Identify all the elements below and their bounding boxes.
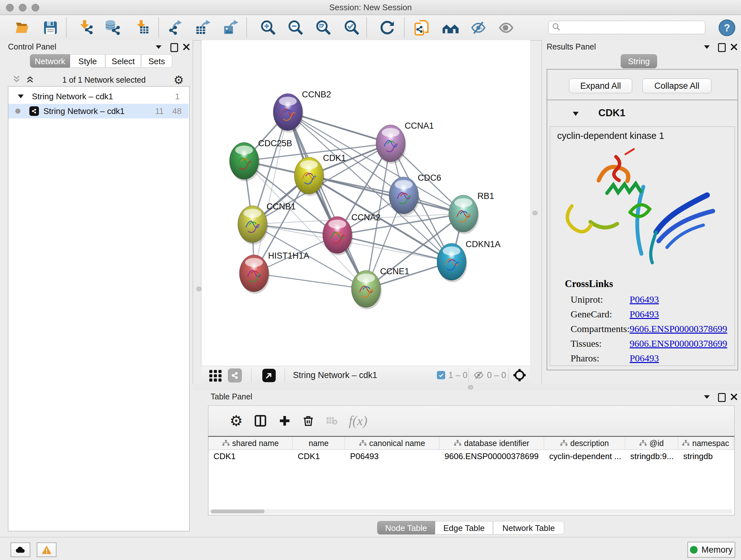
expand-all-icon[interactable] (25, 75, 35, 85)
node-CCNB1[interactable]: CCNB1 (238, 202, 296, 245)
table-panel: Table Panel ⚙ f(x) shared namenamecanoni… (193, 391, 741, 537)
crosslink-value-link[interactable]: P06493 (630, 353, 659, 368)
collapse-all-icon[interactable] (12, 75, 21, 85)
close-panel-icon[interactable] (730, 43, 738, 52)
node-label-CCNA1: CCNA1 (405, 121, 434, 131)
network-graph[interactable]: CCNB2CCNA1CDC25BCDK1CDC6RB1CCNB1CCNA2CDK… (201, 40, 530, 366)
network-badge-icon[interactable] (228, 368, 242, 382)
search-box[interactable] (548, 21, 705, 34)
export-table-icon[interactable] (193, 18, 214, 37)
save-session-icon[interactable] (40, 18, 61, 37)
tab-node-table[interactable]: Node Table (377, 521, 435, 535)
column-header-namespac[interactable]: namespac (678, 437, 733, 449)
horizontal-scrollbar[interactable] (209, 509, 732, 514)
column-header-database-identifier[interactable]: database identifier (440, 437, 544, 449)
collapse-all-button[interactable]: Collapse All (643, 78, 711, 93)
warning-status-button[interactable] (37, 543, 57, 557)
panel-menu-icon[interactable] (704, 45, 710, 49)
crosslink-value-link[interactable]: 9606.ENSP00000378699 (630, 338, 727, 353)
create-column-plus-icon[interactable] (277, 406, 293, 436)
crosslink-value-link[interactable]: P06493 (630, 294, 659, 309)
cloud-status-button[interactable] (10, 543, 30, 557)
import-network-database-icon[interactable] (103, 18, 124, 37)
node-HIST1H1A[interactable]: HIST1H1A (239, 251, 309, 294)
export-network-icon[interactable] (165, 18, 186, 37)
column-header-canonical-name[interactable]: canonical name (345, 437, 440, 449)
close-panel-icon[interactable] (730, 393, 738, 402)
fit-selected-crosshair-icon[interactable] (513, 368, 527, 383)
grid-view-icon[interactable] (208, 368, 223, 384)
hide-selected-icon[interactable] (468, 18, 489, 37)
selected-checkbox-icon[interactable] (437, 371, 445, 379)
tab-sets[interactable]: Sets (141, 54, 172, 68)
column-header-name[interactable]: name (293, 437, 345, 449)
open-session-icon[interactable] (12, 18, 33, 37)
show-all-icon[interactable] (495, 18, 517, 37)
expand-all-button[interactable]: Expand All (569, 78, 632, 93)
birds-eye-view-icon[interactable] (262, 369, 276, 382)
crosslink-label: GeneCard: (570, 309, 630, 323)
table-cell: P06493 (345, 450, 440, 462)
node-CCNA2[interactable]: CCNA2 (323, 212, 381, 255)
float-panel-icon[interactable] (718, 43, 726, 52)
crosslink-value-link[interactable]: P06493 (630, 309, 659, 323)
panel-menu-icon[interactable] (156, 45, 161, 49)
import-table-file-icon[interactable] (132, 18, 153, 37)
current-network-dot-icon (15, 109, 20, 114)
first-neighbors-icon[interactable] (440, 18, 461, 37)
column-header--id[interactable]: @id (625, 437, 678, 449)
network-collection-row[interactable]: String Network – cdk1 1 (8, 89, 189, 104)
zoom-selected-icon[interactable] (341, 18, 362, 37)
tab-select[interactable]: Select (105, 54, 141, 68)
tab-edge-table[interactable]: Edge Table (435, 521, 493, 535)
node-CCNE1[interactable]: CCNE1 (351, 266, 409, 309)
edge-CCNA2-CDKN1A[interactable] (337, 235, 452, 262)
network-selection-status: 1 of 1 Network selected (35, 75, 174, 84)
main-toolbar: ? (0, 15, 741, 41)
float-panel-icon[interactable] (718, 393, 726, 402)
clone-network-icon[interactable] (412, 18, 433, 37)
right-splitter-grip[interactable] (532, 211, 538, 215)
splitter-grip[interactable] (468, 385, 473, 389)
scrollbar-thumb[interactable] (211, 509, 265, 513)
collapse-section-icon[interactable] (573, 112, 579, 116)
export-image-icon[interactable] (220, 18, 242, 37)
network-canvas[interactable]: CCNB2CCNA1CDC25BCDK1CDC6RB1CCNB1CCNA2CDK… (201, 40, 530, 366)
select-columns-icon[interactable] (253, 406, 268, 436)
zoom-out-icon[interactable] (285, 18, 306, 37)
tab-string[interactable]: String (621, 54, 657, 68)
horizontal-splitter[interactable] (193, 384, 741, 391)
edge-HIST1H1A-CCNE1[interactable] (254, 273, 366, 289)
float-panel-icon[interactable] (171, 43, 178, 52)
zoom-in-icon[interactable] (258, 18, 279, 37)
left-splitter-grip[interactable] (196, 287, 202, 291)
node-RB1[interactable]: RB1 (449, 191, 494, 234)
apply-preferred-layout-icon[interactable] (377, 18, 398, 37)
node-CDC6[interactable]: CDC6 (389, 173, 441, 216)
search-input[interactable] (561, 23, 705, 32)
table-row[interactable]: CDK1CDK1P064939606.ENSP00000378699cyclin… (208, 450, 734, 462)
close-panel-icon[interactable] (183, 43, 190, 52)
network-options-gear-icon[interactable]: ⚙ (174, 73, 184, 86)
tab-network[interactable]: Network (30, 54, 70, 68)
edge-CCNB2-HIST1H1A[interactable] (254, 112, 288, 273)
network-row-selected[interactable]: String Network – cdk1 11 48 (8, 104, 189, 118)
node-CDKN1A[interactable]: CDKN1A (437, 240, 501, 282)
help-button[interactable]: ? (719, 19, 735, 36)
crosslink-value-link[interactable]: 9606.ENSP00000378699 (630, 323, 727, 338)
column-header-description[interactable]: description (544, 437, 625, 449)
delete-column-trash-icon[interactable] (300, 406, 316, 436)
column-header-shared-name[interactable]: shared name (208, 437, 293, 449)
table-settings-gear-icon[interactable]: ⚙ (228, 406, 244, 436)
node-CCNB2[interactable]: CCNB2 (273, 90, 331, 132)
edge-CCNB2-CCNE1[interactable] (288, 112, 366, 289)
node-label-CCNE1: CCNE1 (380, 266, 409, 276)
titlebar: Session: New Session (0, 0, 741, 15)
import-network-file-icon[interactable] (76, 18, 97, 37)
tab-style[interactable]: Style (70, 54, 105, 68)
panel-menu-icon[interactable] (704, 395, 710, 399)
zoom-fit-content-icon[interactable] (313, 18, 334, 37)
tab-network-table[interactable]: Network Table (493, 521, 564, 535)
edge-count: 48 (172, 106, 182, 116)
memory-button[interactable]: Memory (687, 542, 735, 558)
